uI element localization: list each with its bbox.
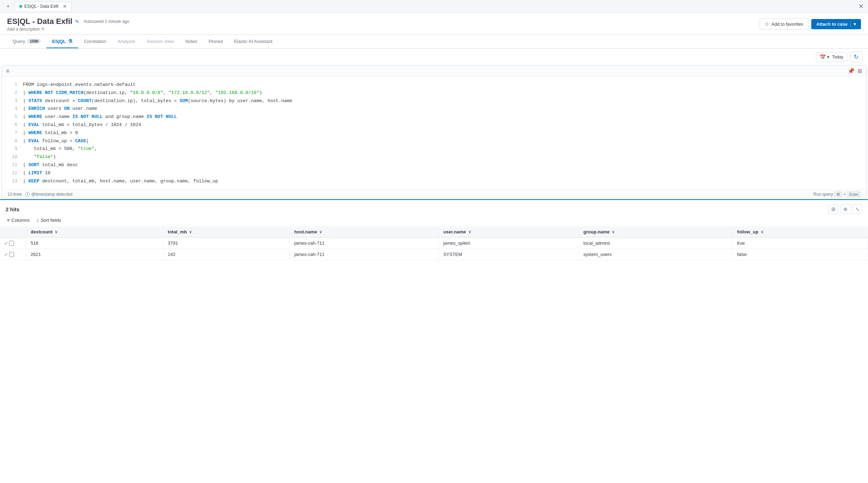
attach-dropdown-icon[interactable]: ▾ [850,21,856,27]
cell-user-name: james_spiteri [439,238,579,249]
row-checkbox[interactable] [9,252,14,257]
browser-tab[interactable]: ES|QL - Data Exfil ✕ [15,2,72,11]
cell-total-mb: 3791 [163,238,290,249]
cell-group-name: system_users [579,249,733,260]
code-line-12: 12 | LIMIT 10 [2,169,866,177]
tab-correlation-label: Correlation [84,39,106,44]
row-actions-cell: ⤢ [0,249,26,260]
attach-label: Attach to case [816,21,848,27]
tab-session-view[interactable]: Session View [141,35,180,48]
tab-notes[interactable]: Notes [180,35,203,48]
code-line-3: 3 | STATS destcount = COUNT(destination.… [2,97,866,105]
tab-label: ES|QL - Data Exfil [24,4,58,9]
attach-to-case-button[interactable]: Attach to case ▾ [811,19,861,29]
cell-host-name: james-cah-711 [290,238,439,249]
app-header: ES|QL - Data Exfil ✎ Autosaved 1 minute … [0,13,868,35]
cell-destcount: 518 [26,238,163,249]
tab-pinned-label: Pinned [209,39,223,44]
editor-toolbar-left: ≡ [6,68,9,74]
tab-query[interactable]: Query 1590 [7,35,46,48]
tab-analyzer[interactable]: Analyzer [112,35,141,48]
code-editor[interactable]: 1 FROM logs-endpoint.events.network-defa… [2,77,866,189]
date-picker[interactable]: 📅 ▾ Today [816,52,847,62]
sort-arrow-total-mb: ∨ [189,230,192,234]
row-checkbox[interactable] [9,241,14,246]
pin-icon[interactable]: 📌 [848,68,855,74]
run-query-label: Run query [813,192,833,197]
editor-footer: 13 lines 🕐 @timestamp detected Run query… [2,189,866,199]
table-header: destcount ∨ total_mb ∨ host.name ∨ [0,226,868,238]
th-destcount[interactable]: destcount ∨ [26,226,163,238]
results-toolbar-left: ≡ Columns ↕ Sort fields [6,217,862,224]
tab-analyzer-label: Analyzer [118,39,136,44]
th-follow-up[interactable]: follow_up ∨ [733,226,868,238]
th-user-name[interactable]: user.name ∨ [439,226,579,238]
code-line-13: 13 | KEEP destcount, total_mb, host.name… [2,177,866,186]
cell-total-mb: 142 [163,249,290,260]
edit-description-icon[interactable]: ✎ [41,27,45,32]
code-line-6: 6 | EVAL total_mb = total_bytes / 1024 /… [2,121,866,129]
sort-fields-label: Sort fields [41,218,61,223]
cell-host-name: james-cah-711 [290,249,439,260]
code-line-9: 9 total_mb > 500, "true", [2,145,866,153]
clock-icon: 🕐 [25,192,30,197]
sort-fields-button[interactable]: ↕ Sort fields [35,217,62,224]
cell-follow-up: false [733,249,868,260]
new-tab-button[interactable]: + [4,2,12,10]
run-query-area[interactable]: Run query ⌘ + Enter [813,192,861,197]
row-actions-cell: ⤢ [0,238,26,249]
editor-toolbar-right: 📌 ⊞ [848,68,862,74]
window-close-button[interactable]: ✕ [858,2,864,10]
description-label: Add a description [7,27,40,32]
grid-icon[interactable]: ⊞ [857,68,862,74]
sort-arrow-group-name: ∨ [612,230,615,234]
lines-count: 13 lines [7,192,22,197]
edit-title-icon[interactable]: ✎ [75,19,79,24]
favorites-label: Add to favorites [771,21,803,27]
code-line-10: 10 "false") [2,153,866,161]
columns-icon: ≡ [7,218,10,223]
code-line-4: 4 | ENRICH users ON user.name [2,105,866,113]
tab-pinned[interactable]: Pinned [203,35,228,48]
columns-button[interactable]: ≡ Columns [6,217,31,224]
calendar-icon: 📅 [820,54,826,60]
menu-icon[interactable]: ≡ [6,68,9,74]
merge-button[interactable]: ⊕ [841,204,850,214]
th-total-mb[interactable]: total_mb ∨ [163,226,290,238]
results-toolbar-right: ⊞ ⊕ ⤡ [829,204,862,214]
browser-tab-bar: + ES|QL - Data Exfil ✕ ✕ [0,0,868,13]
tab-session-view-label: Session View [147,39,174,44]
navigation-tabs: Query 1590 ES|QL ⚗ Correlation Analyzer … [0,35,868,49]
sort-icon: ↕ [37,218,39,223]
page-title: ES|QL - Data Exfil [7,17,72,26]
editor-toolbar: ≡ 📌 ⊞ [2,65,866,77]
tab-elastic-ai[interactable]: Elastic AI Assistant [228,35,278,48]
results-header: 2 hits ⊞ ⊕ ⤡ [0,200,868,217]
tab-elastic-ai-label: Elastic AI Assistant [234,39,272,44]
date-range-label: Today [832,55,843,59]
timestamp-label: 🕐 @timestamp detected [25,192,72,197]
toolbar-row: 📅 ▾ Today ↻ [0,49,868,65]
code-line-5: 5 | WHERE user.name IS NOT NULL and grou… [2,113,866,121]
cell-follow-up: true [733,238,868,249]
table-wrapper: destcount ∨ total_mb ∨ host.name ∨ [0,226,868,260]
description-row[interactable]: Add a description ✎ [7,27,755,32]
fullscreen-button[interactable]: ⤡ [852,204,862,214]
tab-esql[interactable]: ES|QL ⚗ [46,35,78,48]
row-expand-icon[interactable]: ⤢ [4,252,8,257]
table-view-button[interactable]: ⊞ [829,204,838,214]
code-line-1: 1 FROM logs-endpoint.events.network-defa… [2,81,866,89]
sort-arrow-destcount: ∨ [55,230,58,234]
tab-status-dot [19,5,22,8]
th-host-name[interactable]: host.name ∨ [290,226,439,238]
columns-label: Columns [12,218,30,223]
row-expand-icon[interactable]: ⤢ [4,241,8,246]
tab-query-label: Query [13,39,25,44]
table-row: ⤢ 518 3791 james-cah-711 james_spiteri l… [0,238,868,249]
tab-notes-label: Notes [185,39,197,44]
refresh-button[interactable]: ↻ [850,51,862,62]
add-to-favorites-button[interactable]: ☆ Add to favorites [760,18,808,30]
tab-correlation[interactable]: Correlation [78,35,112,48]
tab-close-button[interactable]: ✕ [63,4,67,9]
th-group-name[interactable]: group.name ∨ [579,226,733,238]
